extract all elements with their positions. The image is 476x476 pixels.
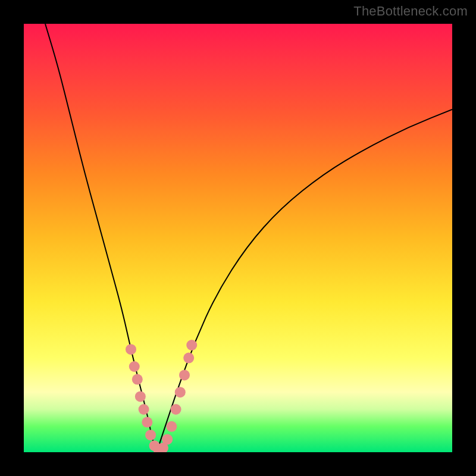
- scatter-dot: [142, 417, 152, 428]
- plot-area: [24, 24, 452, 452]
- scatter-dot: [139, 404, 149, 415]
- chart-svg: [24, 24, 452, 452]
- scatter-dot: [186, 340, 197, 350]
- right-curve: [156, 109, 452, 452]
- scatter-dot: [135, 391, 146, 402]
- scatter-dot: [162, 434, 173, 444]
- scatter-dot: [145, 430, 156, 440]
- scatter-dot: [183, 353, 194, 364]
- scatter-dot: [166, 421, 177, 432]
- scatter-dot: [175, 387, 186, 397]
- scatter-dot: [126, 344, 136, 355]
- left-curve: [45, 24, 156, 452]
- scatter-points: [126, 340, 197, 452]
- scatter-dot: [179, 369, 190, 380]
- scatter-dot: [129, 361, 140, 372]
- watermark-label: TheBottleneck.com: [353, 4, 468, 19]
- scatter-dot: [171, 404, 181, 415]
- scatter-dot: [132, 374, 143, 385]
